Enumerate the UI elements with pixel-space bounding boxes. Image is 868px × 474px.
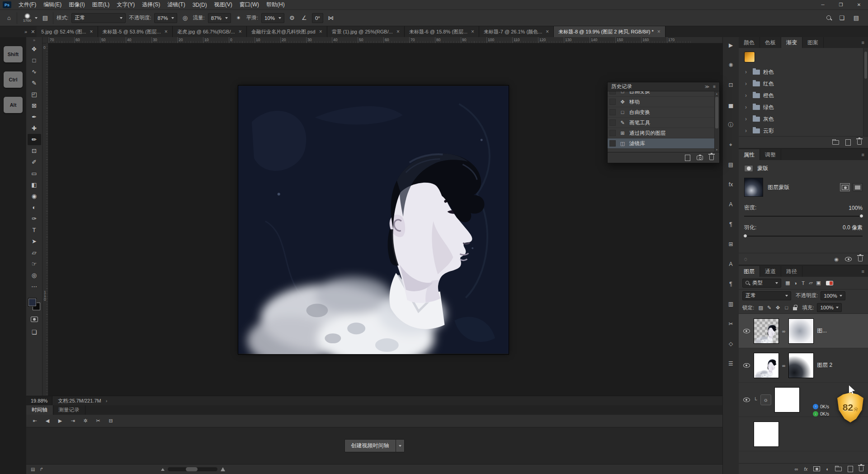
density-value[interactable]: 100% (849, 205, 863, 211)
scrollbar[interactable] (714, 91, 719, 152)
flow-select[interactable]: 87% (208, 13, 231, 23)
layer-name[interactable]: 图层 2 (817, 361, 832, 369)
layer-visibility-toggle[interactable] (742, 398, 750, 402)
lock-transparency-icon[interactable]: ▨ (757, 305, 764, 311)
foreground-color-swatch[interactable] (28, 299, 36, 306)
workspace-icon[interactable]: ❏ (837, 14, 846, 21)
lasso-tool[interactable]: ∿ (28, 66, 41, 77)
menu-item[interactable]: 3D(D) (189, 0, 211, 9)
paragraph-panel-icon[interactable]: ¶ (726, 220, 736, 229)
layer-name[interactable]: 图... (817, 327, 827, 335)
slider-handle[interactable] (186, 467, 198, 471)
history-brush-source-checkbox[interactable] (609, 109, 616, 115)
close-icon[interactable] (319, 28, 322, 35)
create-video-timeline-button[interactable]: 创建视频时间轴 (344, 439, 396, 452)
paragraph-styles-panel-icon[interactable]: ¶ (726, 280, 736, 289)
delete-state-button[interactable] (709, 155, 714, 160)
layer-row[interactable]: 图... (739, 314, 868, 348)
eyedropper-tool[interactable]: ✒ (28, 111, 41, 123)
gradient-group-row[interactable]: 绿色 (744, 101, 863, 113)
quick-selection-tool[interactable]: ✎ (28, 77, 41, 89)
panel-tab[interactable]: 色板 (760, 37, 781, 48)
density-slider[interactable] (744, 216, 863, 217)
menu-item[interactable]: 视图(V) (211, 0, 236, 10)
brush-settings-toggle-icon[interactable]: ▤ (41, 14, 50, 21)
zoom-tool[interactable]: ◎ (28, 270, 41, 281)
chevron-right-icon[interactable] (745, 92, 750, 99)
move-tool[interactable]: ✥ (28, 43, 41, 55)
ruler-origin-corner[interactable] (42, 37, 48, 43)
layer-mask-thumbnail[interactable] (788, 318, 814, 344)
dodge-tool[interactable]: ◐ (28, 202, 41, 213)
menu-item[interactable]: 窗口(W) (236, 0, 263, 10)
collapse-panel-icon[interactable]: ≫ (705, 84, 709, 89)
history-step[interactable]: ◫ 滤镜库 (608, 138, 719, 149)
new-snapshot-button[interactable] (697, 156, 703, 160)
prev-frame-button[interactable]: ◀ (43, 418, 52, 424)
filter-shape-layers-icon[interactable]: ▱ (807, 280, 815, 286)
history-step[interactable]: ✎ 画笔工具 (608, 118, 719, 128)
filter-toggle-switch[interactable] (826, 281, 833, 285)
adjustment-layer-icon[interactable] (760, 394, 771, 405)
eraser-tool[interactable]: ▭ (28, 168, 41, 179)
gradient-group-row[interactable]: 橙色 (744, 90, 863, 101)
frame-tool[interactable]: ⊠ (28, 100, 41, 111)
document-tab[interactable]: 未标题-8 @ 19.9% (图层 2 拷贝, RGB/8#) * (554, 26, 665, 37)
layer-style-button[interactable] (804, 466, 808, 472)
pressure-opacity-icon[interactable]: ◎ (180, 14, 189, 21)
gradient-group-row[interactable]: 红色 (744, 78, 863, 90)
panel-tab[interactable]: 图案 (802, 37, 824, 48)
layer-thumbnail[interactable] (754, 353, 779, 378)
history-panel-header[interactable]: 历史记录 ≫ ≡ (608, 82, 719, 91)
grid-view-icon[interactable]: ▤ (852, 14, 861, 21)
gradient-swatch[interactable] (744, 52, 755, 62)
shortcut-key-button[interactable]: Alt (4, 97, 23, 113)
apply-mask-button[interactable] (834, 256, 839, 262)
menu-item[interactable]: 图像(I) (65, 0, 88, 10)
tab-overflow-icon[interactable]: » (23, 26, 29, 37)
layer-fill-field[interactable]: 100% (817, 303, 841, 312)
menu-item[interactable]: 文件(F) (15, 0, 40, 10)
layer-visibility-toggle[interactable] (742, 329, 750, 333)
layer-visibility-toggle[interactable] (742, 432, 750, 436)
mask-link-icon[interactable] (782, 328, 785, 334)
history-brush-source-checkbox[interactable] (609, 130, 616, 136)
history-brush-source-checkbox[interactable] (609, 99, 616, 105)
character-panel-icon[interactable]: A (726, 200, 736, 209)
clone-stamp-tool[interactable]: ⊡ (28, 145, 41, 156)
type-tool[interactable]: T (28, 224, 41, 236)
pen-tool[interactable]: ✑ (28, 213, 41, 224)
history-brush-source-checkbox[interactable] (609, 91, 616, 95)
screen-mode-button[interactable]: ❏ (28, 327, 41, 338)
gradient-tool[interactable]: ◧ (28, 179, 41, 190)
scrollbar-thumb[interactable] (715, 97, 718, 128)
next-frame-button[interactable]: ⇥ (69, 418, 77, 424)
menu-item[interactable]: 图层(L) (89, 0, 113, 10)
menu-item[interactable]: 文字(Y) (113, 0, 138, 10)
shortcut-key-button[interactable]: Shift (4, 46, 23, 62)
slider-knob[interactable] (743, 234, 747, 238)
new-document-from-state-button[interactable] (685, 155, 690, 161)
layer-opacity-field[interactable]: 100% (821, 291, 845, 300)
mask-link-icon[interactable] (782, 362, 785, 369)
new-layer-button[interactable] (848, 466, 853, 472)
close-icon[interactable] (546, 28, 549, 35)
first-frame-button[interactable]: ⇤ (31, 418, 39, 424)
3d-panel-icon[interactable]: ◇ (726, 339, 736, 348)
path-selection-tool[interactable]: ➤ (28, 236, 41, 247)
brush-angle-field[interactable]: 0° (312, 13, 323, 23)
document-tab[interactable]: 金融行业名片@凡科快图.psd (247, 26, 327, 37)
blend-mode-select[interactable]: 正常 (71, 13, 126, 23)
panel-tab[interactable]: 渐变 (781, 37, 802, 48)
document-tab[interactable]: 未标题-7 @ 26.1% (颜色... (479, 26, 554, 37)
glyphs-panel-icon[interactable]: ⊞ (726, 240, 736, 249)
lock-artboard-icon[interactable]: □ (783, 305, 790, 310)
panel-tab[interactable]: 图层 (739, 266, 760, 277)
zoom-level-field[interactable]: 19.88% (26, 396, 52, 405)
security-score-shield[interactable]: 82 分 (837, 393, 863, 422)
document-tab[interactable]: 5.jpg @ 52.4% (图... (37, 26, 98, 37)
history-brush-tool[interactable]: ✐ (28, 156, 41, 168)
clone-source-panel-icon[interactable]: ⊡ (726, 81, 736, 90)
new-group-button[interactable] (832, 140, 839, 145)
history-brush-source-checkbox[interactable] (609, 119, 616, 126)
